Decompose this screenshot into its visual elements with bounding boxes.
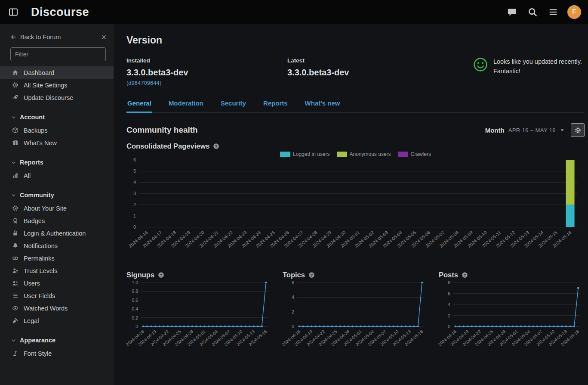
close-icon (101, 34, 107, 40)
help-icon[interactable] (213, 143, 219, 149)
sidebar-toggle-button[interactable] (7, 6, 20, 19)
svg-text:0.2: 0.2 (132, 315, 138, 320)
installed-value: 3.3.0.beta3-dev (126, 68, 287, 78)
back-to-forum-label: Back to Forum (20, 34, 61, 40)
dashboard-tabs: GeneralModerationSecurityReportsWhat's n… (126, 96, 585, 113)
tab-moderation[interactable]: Moderation (168, 96, 204, 113)
sidebar-item-label: Badges (24, 217, 45, 224)
sidebar-filter-input[interactable] (10, 47, 106, 61)
sidebar-item-watched-words[interactable]: Watched Words (0, 302, 114, 314)
sidebar-item-all-site-settings[interactable]: All Site Settings (0, 79, 114, 91)
update-status: Looks like you updated recently. Fantast… (473, 57, 585, 76)
sidebar-section-label: Community (20, 192, 54, 199)
sidebar-item-legal[interactable]: Legal (0, 314, 114, 327)
status-message-line2: Fantastic! (493, 67, 582, 76)
svg-text:6: 6 (133, 157, 136, 162)
sidebar-item-backups[interactable]: Backups (0, 124, 114, 137)
help-icon[interactable] (158, 272, 164, 278)
svg-text:4: 4 (292, 295, 294, 300)
installed-hash: (d964709644) (126, 80, 287, 86)
sidebar-section-reports[interactable]: Reports (0, 155, 114, 169)
sidebar-item-trust-levels[interactable]: Trust Levels (0, 264, 114, 277)
sidebar-item-font-style[interactable]: Font Style (0, 347, 114, 360)
latest-label: Latest (287, 57, 448, 64)
posts-chart: 024682024-04-162024-04-192024-04-222024-… (439, 279, 585, 353)
tab-what-s-new[interactable]: What's new (304, 96, 341, 113)
user-up-icon (12, 267, 18, 274)
sidebar-item-dashboard[interactable]: Dashboard (0, 66, 114, 79)
gear-icon (575, 127, 581, 134)
svg-text:5: 5 (133, 168, 136, 174)
period-label: Month (485, 127, 505, 134)
sidebar-item-what-s-new[interactable]: What's New (0, 137, 114, 149)
badge-icon (12, 217, 18, 224)
legend-swatch (280, 152, 290, 157)
tab-security[interactable]: Security (220, 96, 247, 113)
sidebar-item-login-authentication[interactable]: Login & Authentication (0, 227, 114, 239)
top-header: Discourse F (0, 0, 588, 24)
link-icon (12, 255, 18, 261)
svg-text:1: 1 (133, 213, 136, 218)
legend-item-anonymous-users[interactable]: Anonymous users (337, 151, 391, 157)
sidebar-section-label: Appearance (20, 337, 55, 344)
chart-icon (12, 172, 18, 179)
avatar[interactable]: F (567, 5, 581, 19)
svg-text:4: 4 (133, 180, 136, 185)
list-icon (12, 292, 18, 299)
dashboard-settings-button[interactable] (571, 123, 585, 137)
gear-icon (12, 205, 18, 211)
gear-icon (12, 82, 18, 88)
sidebar-item-users[interactable]: Users (0, 277, 114, 289)
legend-item-crawlers[interactable]: Crawlers (398, 151, 431, 157)
chevron-icon (11, 160, 16, 165)
hamburger-button[interactable] (547, 6, 560, 19)
sidebar-section-appearance[interactable]: Appearance (0, 332, 114, 347)
period-selector[interactable]: Month APR 16 – MAY 16 (485, 127, 565, 134)
home-icon (12, 69, 18, 76)
tab-general[interactable]: General (126, 96, 152, 113)
sidebar-item-label: Watched Words (24, 305, 68, 312)
sidebar-item-label: Legal (24, 317, 39, 324)
sidebar-section-community[interactable]: Community (0, 187, 114, 202)
pageviews-chart: 01234562024-04-162024-04-172024-04-18202… (126, 157, 585, 257)
page-title: Version (126, 34, 585, 46)
svg-text:2: 2 (292, 309, 294, 314)
sidebar-item-update-discourse[interactable]: Update Discourse (0, 91, 114, 104)
sidebar-item-user-fields[interactable]: User Fields (0, 289, 114, 302)
legend-item-logged-in-users[interactable]: Logged in users (280, 151, 329, 157)
installed-version: Installed 3.3.0.beta3-dev (d964709644) (126, 57, 287, 86)
sidebar-item-about-your-site[interactable]: About Your Site (0, 202, 114, 214)
help-icon[interactable] (308, 272, 315, 278)
sidebar-item-label: Backups (24, 127, 48, 134)
sidebar-item-label: Dashboard (24, 69, 54, 76)
svg-text:6: 6 (448, 291, 450, 296)
discourse-logo[interactable]: Discourse (31, 6, 89, 19)
svg-text:1.0: 1.0 (132, 280, 138, 285)
sidebar-item-label: All Site Settings (24, 82, 68, 89)
commit-hash-link[interactable]: d964709644 (128, 80, 159, 86)
search-button[interactable] (526, 6, 539, 19)
chat-button[interactable] (505, 6, 518, 19)
tab-reports[interactable]: Reports (262, 96, 289, 113)
chat-icon (507, 7, 517, 17)
latest-version: Latest 3.3.0.beta3-dev (287, 57, 448, 78)
legend-label: Crawlers (411, 151, 431, 157)
sidebar-section-label: Account (20, 114, 45, 121)
sidebar-close-button[interactable] (101, 34, 107, 40)
sidebar-item-label: Permalinks (24, 255, 55, 262)
sidebar-section-label: Reports (20, 159, 43, 166)
hamburger-icon (548, 7, 558, 17)
sidebar-item-label: Login & Authentication (24, 230, 86, 237)
status-message-line1: Looks like you updated recently. (493, 57, 582, 67)
sidebar-item-all[interactable]: All (0, 169, 114, 182)
sidebar-item-badges[interactable]: Badges (0, 214, 114, 227)
help-icon[interactable] (462, 272, 468, 278)
chevron-icon (11, 193, 16, 198)
back-to-forum-link[interactable]: Back to Forum (10, 34, 61, 40)
sidebar-item-notifications[interactable]: Notifications (0, 239, 114, 252)
period-range: APR 16 – MAY 16 (508, 127, 556, 134)
topics-section: Topics 02462024-04-162024-04-192024-04-2… (283, 266, 428, 353)
sidebar-item-permalinks[interactable]: Permalinks (0, 252, 114, 264)
svg-text:2: 2 (448, 313, 450, 318)
sidebar-section-account[interactable]: Account (0, 109, 114, 124)
